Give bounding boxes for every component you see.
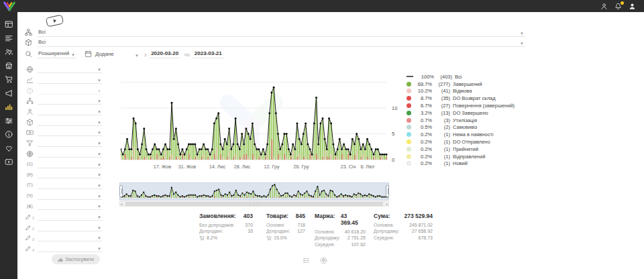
legend-item[interactable]: 0.7% (3) Утилізація [407, 117, 515, 124]
video-icon [5, 158, 13, 166]
orders-chart[interactable]: 051017. Жов31. Жов14. Лис28. Лис12. Гру2… [121, 66, 409, 173]
stat-sublabel: Основна: [315, 229, 335, 235]
legend-item[interactable]: 8.7% (35) DO Возврат склад [407, 95, 515, 102]
left-filter-8: ▼ [17, 138, 109, 149]
package-circle-icon [320, 257, 327, 264]
sidebar-item-purchases[interactable] [0, 72, 17, 87]
orders-chart-svg: 051017. Жов31. Жов14. Лис28. Лис12. Гру2… [121, 66, 409, 173]
chevron-down-icon: ▼ [97, 184, 102, 188]
source-select[interactable]: Всі ▼ [38, 29, 525, 37]
left-filter-select-18[interactable]: ▼ [38, 245, 102, 252]
legend-label: Новий [453, 160, 468, 166]
stat-subrow: 8.2% [199, 235, 253, 241]
left-filter-select-10[interactable]: ▼ [38, 161, 102, 168]
brush-handle-right[interactable] [386, 185, 389, 197]
account-glyph [629, 3, 636, 10]
left-filter-select-16[interactable]: ▼ [38, 224, 102, 231]
left-filter-select-13[interactable]: ▼ [38, 192, 102, 200]
legend-item[interactable]: 10.2% (41) Відмова [407, 88, 515, 95]
left-filter-select-1[interactable]: ▼ [38, 66, 102, 73]
search-mode-select[interactable]: Розширений ▼ [38, 50, 76, 58]
chart-scrollbar[interactable]: ◂ ⋮⋮⋮ ▸ [119, 201, 389, 207]
date-from-input[interactable]: 2020-03-20 [149, 50, 180, 58]
scroll-left-arrow[interactable]: ◂ [121, 202, 123, 206]
stat-title: Сума: [374, 213, 390, 219]
left-filter-select-3[interactable]: ▼ [38, 87, 102, 95]
calendar-icon [85, 50, 92, 58]
left-filter-select-8[interactable]: ▼ [38, 140, 102, 147]
legend-item[interactable]: 0.2% (1) Відправлений [407, 153, 515, 160]
legend-count: (403) [434, 74, 452, 80]
legend-item[interactable]: 0.5% (2) Самовивіз [407, 124, 515, 131]
legend-item[interactable]: 3.2% (13) DO Завершено [407, 109, 515, 117]
report-list-icon [303, 257, 310, 264]
left-filter-select-12[interactable]: ▼ [38, 182, 102, 189]
sidebar-item-info[interactable] [0, 127, 17, 142]
legend-label: Утилізація [453, 117, 477, 123]
date-field-select[interactable]: Додане [95, 51, 132, 58]
date-to-label: по [184, 52, 190, 57]
sidebar-item-marketing[interactable] [0, 87, 17, 101]
chevron-down-icon: ▼ [97, 152, 102, 157]
date-field-value: Додане [95, 51, 114, 58]
legend-item[interactable]: 0.2% (1) Новий [407, 160, 515, 168]
notifications-icon[interactable] [614, 3, 622, 10]
legend-item[interactable]: 0.2% (1) Нема в наявності [407, 131, 515, 138]
svg-text:28. Лис: 28. Лис [234, 164, 251, 170]
sidebar-item-partners[interactable] [0, 142, 17, 156]
legend-percent: 0.2% [414, 146, 432, 152]
legend-label: Повернення (завершений) [453, 103, 515, 109]
left-filter-select-4[interactable]: ▼ [38, 97, 102, 105]
left-filter-select-5[interactable]: ▼ [38, 108, 102, 115]
brand-logo-icon[interactable] [3, 1, 16, 11]
left-filter-select-14[interactable]: ▼ [38, 203, 102, 210]
left-filter-select-11[interactable]: ▼ [38, 171, 102, 178]
left-filter-select-15[interactable]: ▼ [38, 213, 102, 221]
products-select[interactable]: Всі ▼ [38, 39, 525, 47]
chevron-down-icon[interactable]: ▼ [132, 54, 140, 58]
legend-item[interactable]: 6.7% (27) Повернення (завершений) [407, 102, 515, 109]
contact-icon [26, 108, 34, 115]
chart-brush[interactable] [119, 182, 389, 201]
sidebar-item-customers[interactable] [0, 45, 17, 59]
sitemap-icon [26, 97, 34, 105]
svg-text:0: 0 [392, 157, 394, 163]
pencil-index: 1 [32, 216, 34, 220]
left-filter-select-2[interactable]: ▼ [38, 76, 102, 84]
legend-swatch [407, 154, 411, 159]
stat-subrow: Основні:718 [266, 222, 305, 229]
left-filter-select-17[interactable]: ▼ [38, 234, 102, 241]
left-filter-select-6[interactable]: ▼ [38, 119, 102, 126]
left-filter-18: 4 ▼ [17, 243, 109, 254]
legend-item[interactable]: 0.2% (1) Прийнятий [407, 146, 515, 153]
braces-var-icon: {S} [26, 162, 33, 167]
scroll-right-arrow[interactable]: ▸ [386, 202, 388, 206]
sidebar-item-orders[interactable] [0, 32, 17, 46]
left-filter-select-7[interactable]: ▼ [38, 129, 102, 136]
left-filter-select-9[interactable]: ▼ [38, 150, 102, 158]
package-view-icon[interactable] [320, 257, 327, 264]
apply-button[interactable]: Застосувати [52, 254, 100, 264]
left-filter-5: ▼ [17, 107, 109, 117]
legend-item[interactable]: 100% (403) Всі [407, 73, 515, 80]
left-filter-9: ▼ [17, 149, 109, 160]
account-icon[interactable] [629, 3, 636, 10]
brush-handle-left[interactable] [119, 185, 123, 197]
legend-item[interactable]: 68.7% (277) Завершений [407, 80, 515, 88]
scrollbar-thumb[interactable]: ⋮⋮⋮ [125, 202, 383, 206]
sidebar-item-tutorials[interactable] [0, 155, 17, 169]
legend-item[interactable]: 0.2% (1) DO Отправлено [407, 138, 515, 146]
legend-count: (1) [432, 146, 450, 152]
legend-label: DO Возврат склад [453, 95, 496, 101]
svg-text:26. Гру: 26. Гру [294, 164, 309, 170]
stat-subrow: Допродані:33 [199, 228, 253, 235]
sidebar-item-statistics[interactable] [0, 100, 17, 114]
report-list-icon[interactable] [303, 257, 310, 264]
sidebar-item-integrations[interactable] [0, 114, 17, 128]
sidebar-item-dashboard[interactable] [0, 17, 17, 32]
date-to-input[interactable]: 2023-03-21 [193, 50, 224, 58]
search-icon[interactable] [25, 50, 32, 58]
profile-icon[interactable] [600, 3, 608, 10]
sidebar-item-store[interactable] [0, 59, 17, 73]
video-badge-icon[interactable] [46, 15, 64, 27]
